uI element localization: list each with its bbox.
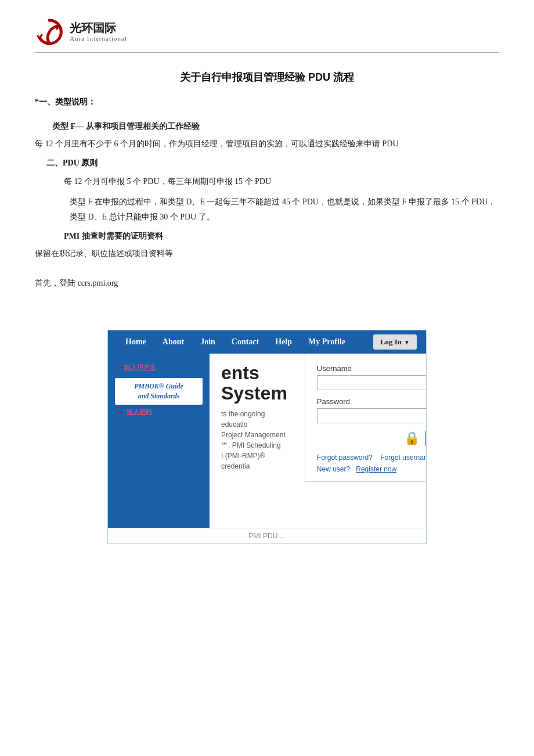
logo-text-block: 光环国际 Aura International (70, 21, 127, 42)
nav-home[interactable]: Home (117, 330, 154, 354)
lock-icon: 🔒 (404, 431, 420, 446)
main-title: 关于自行申报项目管理经验 PDU 流程 (35, 70, 499, 84)
password-arrow-icon: → (115, 407, 124, 417)
type-f-body: 每 12 个月里有不少于 6 个月的时间，作为项目经理，管理项目的实施，可以通过… (35, 136, 499, 151)
pmi-main-body: Username Password 🔒 Log in Forgot passwo… (210, 354, 427, 528)
pdu-heading: 二、PDU 原则 (46, 158, 499, 168)
pmi-check-body: 保留在职记录、职位描述或项目资料等 (35, 246, 499, 261)
dropdown-arrow-icon: ▼ (404, 339, 410, 345)
new-user-text: New user? (317, 465, 350, 473)
username-input-label[interactable]: 输入用户名 (124, 363, 156, 372)
pmbok-guide-box: PMBOK® Guide and Standards (115, 378, 203, 405)
password-label: Password (317, 397, 427, 406)
pmi-body-title: ents System (221, 363, 287, 404)
pmi-navbar: Home About Join Contact Help My Profile … (108, 330, 426, 354)
pmi-content-area: → 输入用户名 PMBOK® Guide and Standards → 输入密… (108, 354, 426, 528)
logo-english: Aura International (70, 35, 127, 42)
password-arrow-area: → 输入密码 (115, 407, 203, 417)
pmi-screenshot: Home About Join Contact Help My Profile … (107, 330, 427, 544)
username-input[interactable] (317, 375, 427, 390)
password-input[interactable] (317, 408, 427, 423)
logo-icon (35, 17, 64, 46)
nav-login-button[interactable]: Log In ▼ (373, 334, 417, 350)
pmi-sidebar: → 输入用户名 PMBOK® Guide and Standards → 输入密… (108, 354, 210, 528)
pmi-check-heading: PMI 抽查时需要的证明资料 (64, 231, 499, 242)
nav-join[interactable]: Join (192, 330, 223, 354)
register-now-link[interactable]: Register now (356, 465, 396, 473)
header-divider (35, 52, 499, 53)
nav-contact[interactable]: Contact (223, 330, 267, 354)
logo-chinese: 光环国际 (70, 21, 127, 35)
password-input-label[interactable]: 输入密码 (127, 408, 152, 416)
forgot-links-row: Forgot password? Forgot username? (317, 453, 427, 462)
type-f-heading: 类型 F— 从事和项目管理相关的工作经验 (52, 121, 499, 132)
logo-area: 光环国际 Aura International (35, 17, 499, 46)
username-arrow-area: → 输入用户名 (115, 362, 203, 372)
nav-my-profile[interactable]: My Profile (300, 330, 353, 354)
login-button-row: 🔒 Log in (317, 430, 427, 447)
pdu-rule2: 类型 F 在申报的过程中，和类型 D、E 一起每三年不能超过 45 个 PDU，… (70, 195, 499, 224)
forgot-username-link[interactable]: Forgot username? (380, 453, 427, 462)
bottom-hint: PMI PDU ... (108, 528, 426, 543)
pmi-body-subtitle: ts the ongoing educatio Project Manageme… (221, 409, 287, 471)
nav-about[interactable]: About (154, 330, 192, 354)
nav-help[interactable]: Help (267, 330, 300, 354)
login-prompt: 首先，登陆 ccrs.pmi.org (35, 276, 499, 290)
login-panel: Username Password 🔒 Log in Forgot passwo… (305, 354, 427, 482)
type-heading: *一、类型说明： (35, 97, 499, 107)
username-arrow-icon: → (115, 362, 124, 372)
login-submit-button[interactable]: Log in (425, 430, 427, 447)
forgot-password-link[interactable]: Forgot password? (317, 453, 373, 462)
username-label: Username (317, 364, 427, 373)
new-user-row: New user? Register now (317, 465, 427, 473)
pdu-rule1: 每 12 个月可申报 5 个 PDU，每三年周期可申报 15 个 PDU (64, 174, 499, 189)
